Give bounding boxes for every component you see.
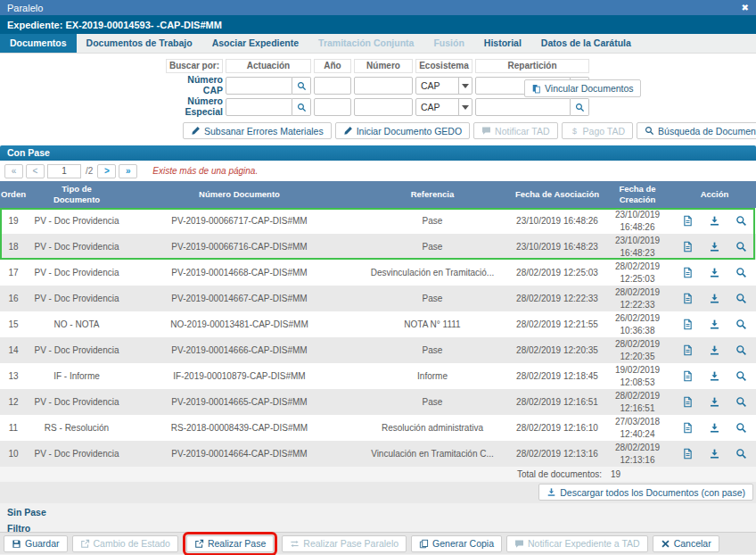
document-icon[interactable] [682, 293, 694, 304]
form-action-button[interactable]: Iniciar Documento GEDO [335, 122, 470, 139]
search-icon[interactable] [735, 396, 747, 408]
con-pase-header[interactable]: Con Pase [0, 145, 756, 161]
download-icon[interactable] [709, 448, 720, 460]
close-icon[interactable]: ✖ [742, 4, 749, 12]
search-icon[interactable] [735, 422, 747, 434]
prev-page-button[interactable]: < [26, 164, 45, 178]
search-icon[interactable] [735, 344, 747, 356]
download-icon[interactable] [709, 319, 720, 330]
search-icon[interactable] [735, 241, 747, 253]
search-icon[interactable] [571, 98, 589, 116]
table-row[interactable]: 18 PV - Doc Providencia PV-2019-00066716… [0, 234, 756, 260]
document-icon[interactable] [682, 448, 694, 460]
download-icon[interactable] [709, 215, 720, 227]
first-page-button[interactable]: « [4, 164, 23, 178]
download-icon[interactable] [709, 344, 720, 356]
download-icon[interactable] [709, 293, 720, 304]
tab[interactable]: Historial [474, 34, 531, 53]
table-row[interactable]: 12 PV - Doc Providencia PV-2019-00014665… [0, 389, 756, 415]
document-icon[interactable] [682, 422, 694, 434]
tab[interactable]: Asociar Expediente [202, 34, 308, 53]
cap-numero-input[interactable] [354, 77, 413, 95]
footer-button[interactable]: Guardar [4, 535, 68, 552]
table-row[interactable]: 10 PV - Doc Providencia PV-2019-00014664… [0, 441, 756, 467]
footer-button[interactable]: Cancelar [653, 535, 719, 552]
document-icon[interactable] [682, 241, 694, 253]
tab[interactable]: Datos de la Carátula [531, 34, 641, 53]
cell-tipo-documento: PV - Doc Providencia [27, 242, 127, 252]
cell-referencia: Pase [352, 294, 513, 303]
download-all-button[interactable]: Descargar todos los Documentos (con pase… [538, 484, 753, 501]
last-page-button[interactable]: » [119, 164, 137, 178]
cap-anio-input[interactable] [314, 77, 351, 95]
document-icon[interactable] [682, 215, 694, 227]
search-icon[interactable] [735, 370, 747, 382]
search-icon[interactable] [735, 267, 747, 278]
table-row[interactable]: 17 PV - Doc Providencia PV-2019-00014668… [0, 260, 756, 286]
footer-button[interactable]: Notificar Expediente a TAD [506, 535, 648, 552]
download-icon[interactable] [709, 241, 720, 253]
especial-reparticion-input[interactable] [475, 98, 571, 116]
especial-ecosistema-select[interactable]: CAP [415, 98, 472, 116]
document-icon[interactable] [682, 396, 694, 408]
document-icon[interactable] [682, 319, 694, 330]
cap-ecosistema-select[interactable]: CAP [415, 77, 472, 95]
document-icon[interactable] [682, 344, 694, 356]
download-icon[interactable] [709, 370, 720, 382]
search-icon[interactable] [735, 215, 747, 227]
button-label: Búsqueda de Documentos [658, 126, 756, 137]
especial-numero-input[interactable] [354, 98, 413, 116]
download-icon[interactable] [709, 267, 720, 278]
table-row[interactable]: 14 PV - Doc Providencia PV-2019-00014666… [0, 337, 756, 363]
sin-pase-section-header[interactable]: Sin Pase [7, 507, 756, 518]
page-number-input[interactable] [47, 164, 81, 178]
tab[interactable]: Tramitación Conjunta [308, 34, 423, 53]
vincular-documentos-button[interactable]: Vincular Documentos [524, 79, 641, 97]
tab-label: Historial [484, 37, 522, 48]
table-row[interactable]: 19 PV - Doc Providencia PV-2019-00066717… [0, 208, 756, 234]
document-icon[interactable] [682, 370, 694, 382]
chevron-down-icon [458, 78, 472, 94]
tab[interactable]: Documentos [0, 34, 77, 53]
download-icon[interactable] [709, 396, 720, 408]
button-label: Cambio de Estado [94, 538, 170, 549]
dollar-icon [570, 126, 579, 136]
especial-actuacion-input[interactable] [226, 98, 292, 116]
footer-button[interactable]: Generar Copia [411, 535, 502, 552]
download-icon[interactable] [709, 422, 720, 434]
next-page-button[interactable]: > [97, 164, 116, 178]
document-search-form: Buscar por: Actuación Año Número Ecosist… [0, 54, 756, 145]
form-action-button[interactable]: Búsqueda de Documentos [637, 122, 756, 139]
form-action-button[interactable]: Pago TAD [562, 122, 633, 139]
form-action-button[interactable]: Notificar TAD [473, 122, 557, 139]
search-icon[interactable] [292, 77, 311, 95]
especial-anio-input[interactable] [314, 98, 351, 116]
table-row[interactable]: 11 RS - Resolución RS-2018-00008439-CAP-… [0, 415, 756, 441]
cell-referencia: Resolución administrativa [352, 423, 513, 433]
copy-icon [419, 539, 429, 549]
numero-especial-label: Número Especial [166, 96, 223, 117]
cell-fecha-asociacion: 28/02/2019 12:16:51 [513, 397, 602, 407]
search-icon[interactable] [292, 98, 311, 116]
button-label: Subsanar Errores Materiales [204, 126, 324, 137]
footer-button[interactable]: Cambio de Estado [72, 535, 178, 552]
tab[interactable]: Fusión [423, 34, 473, 53]
search-icon[interactable] [735, 319, 747, 330]
footer-button[interactable]: Realizar Pase Paralelo [282, 535, 407, 552]
cell-accion [673, 448, 756, 460]
table-row[interactable]: 15 NO - NOTA NO-2019-00013481-CAP-DIS#MM… [0, 311, 756, 337]
search-icon[interactable] [735, 293, 747, 304]
search-icon[interactable] [735, 448, 747, 460]
search-icon [645, 126, 654, 136]
table-row[interactable]: 16 PV - Doc Providencia PV-2019-00014667… [0, 286, 756, 311]
table-row[interactable]: 13 IF - Informe IF-2019-00010879-CAP-DIS… [0, 363, 756, 389]
footer-button[interactable]: Realizar Pase [186, 535, 274, 552]
form-action-button[interactable]: Subsanar Errores Materiales [183, 122, 332, 139]
document-icon[interactable] [682, 267, 694, 278]
cell-fecha-creacion: 28/02/2019 12:16:51 [602, 390, 673, 414]
cap-actuacion-input[interactable] [226, 77, 292, 95]
cell-fecha-creacion: 28/02/2019 12:20:35 [602, 338, 673, 362]
cell-numero-documento: PV-2019-00014666-CAP-DIS#MM [127, 345, 352, 355]
transfer-icon [290, 539, 300, 549]
tab[interactable]: Documentos de Trabajo [77, 34, 202, 53]
